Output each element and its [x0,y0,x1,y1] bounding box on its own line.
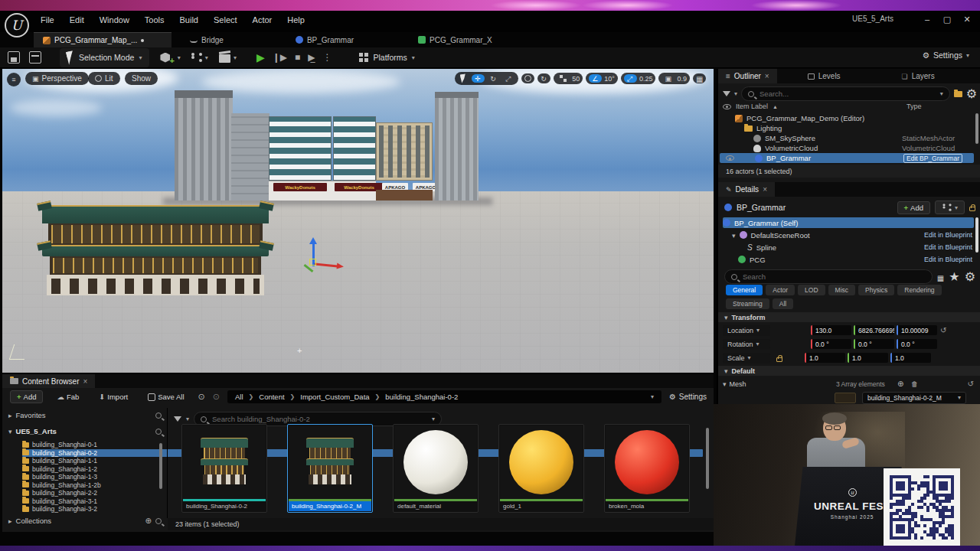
expand-icon[interactable] [8,517,12,525]
project-root-folder[interactable]: UE5_5_Arts [16,427,57,435]
play-button[interactable]: ▶ [256,51,265,64]
content-drawer-icon[interactable] [29,51,41,64]
asset-tile-building-selected[interactable]: building_Shanghai-0-2_M [287,424,373,513]
maximize-viewport-button[interactable] [693,73,706,83]
details-search[interactable] [724,269,933,284]
frame-skip-button[interactable]: ❙▶ [273,52,287,63]
history-forward-icon[interactable]: ⊙ [213,392,220,402]
lock-icon[interactable] [969,207,975,211]
menu-file[interactable]: File [34,13,61,27]
camera-speed-control[interactable]: 0.9 [658,73,690,84]
transform-gizmo[interactable] [291,243,337,289]
menu-edit[interactable]: Edit [63,13,91,27]
add-component-button[interactable]: +Add [897,201,930,214]
rotate-tool[interactable] [487,74,500,83]
surface-snap-toggle[interactable] [537,73,550,83]
gizmo-plane-handle[interactable] [309,259,316,266]
expand-icon[interactable] [732,231,736,240]
component-row-pcg[interactable]: PCG Edit in Blueprint [723,254,974,265]
close-icon[interactable] [83,377,87,386]
asset-tile-default-material[interactable]: default_material [393,424,479,513]
new-folder-icon[interactable] [954,91,962,97]
outliner-row-volumetriccloud[interactable]: VolumetricCloud VolumetricCloud [718,143,974,153]
close-button[interactable]: ✕ [957,11,977,27]
angle-snap-control[interactable]: 10° [586,73,618,84]
details-scrollbar[interactable] [975,217,978,253]
menu-help[interactable]: Help [280,13,312,27]
asset-grid-scrollbar[interactable] [706,428,709,489]
mesh-thumbnail[interactable] [835,393,856,403]
component-row-spline[interactable]: S Spline Edit in Blueprint [723,242,974,253]
platforms-dropdown[interactable]: Platforms▾ [351,50,422,65]
outliner-scrollbar[interactable] [975,113,978,144]
mesh-asset-dropdown[interactable]: building_Shanghai-0-2_M▾ [862,392,966,404]
reset-mesh-icon[interactable] [968,380,974,388]
lit-dropdown[interactable]: Lit [88,72,120,85]
toolbar-settings-dropdown[interactable]: Settings▾ [923,51,969,60]
filter-icon[interactable] [174,416,181,422]
collections-section[interactable]: Collections [16,517,51,525]
tab-details[interactable]: ✎ Details [718,182,775,197]
asset-tile-red[interactable]: broken_mola [604,424,690,513]
menu-window[interactable]: Window [93,13,136,27]
scale-y-field[interactable]: 1.0 [848,353,888,363]
rotation-x-field[interactable]: 0.0 ° [811,339,851,349]
component-row-self[interactable]: BP_Grammar (Self) [723,217,974,228]
blueprint-hierarchy-dropdown[interactable]: ▾ [935,201,965,214]
scale-dropdown[interactable]: Scale▾ [723,353,770,364]
viewport[interactable]: WackyDonuts WackyDonuts APKAGO APKAGO + … [2,69,714,373]
tab-pcg-grammar-x[interactable]: PCG_Grammar_X [409,32,501,47]
array-add-icon[interactable] [897,380,903,388]
filter-streaming[interactable]: Streaming [726,298,769,309]
save-icon[interactable] [8,51,20,64]
cb-fab-button[interactable]: ☁Fab [51,391,85,403]
coord-system-toggle[interactable] [521,73,534,83]
path-dropdown-caret[interactable]: ▾ [651,393,654,400]
asset-tile-building-mesh[interactable]: building_Shanghai-0-2 [181,424,267,513]
minimize-button[interactable]: – [917,11,937,27]
search-icon[interactable] [155,429,162,435]
show-dropdown[interactable]: Show [125,72,158,85]
crumb-import-custom-data[interactable]: Import_Custom_Data [300,393,369,401]
filter-misc[interactable]: Misc [828,285,855,295]
move-tool[interactable] [472,74,485,83]
tab-levels[interactable]: Levels [800,69,848,83]
menu-actor[interactable]: Actor [246,13,279,27]
unreal-logo-icon[interactable]: U [5,13,29,37]
search-icon[interactable] [155,412,162,419]
tab-outliner[interactable]: Outliner [718,69,777,83]
default-section-header[interactable]: Default [718,366,980,376]
scale-x-field[interactable]: 1.0 [805,353,845,363]
stop-button[interactable]: ■ [295,52,300,63]
rotation-dropdown[interactable]: Rotation▾ [723,339,770,350]
array-clear-icon[interactable] [911,380,918,388]
filter-rendering[interactable]: Rendering [897,285,941,295]
display-options-icon[interactable] [937,270,944,284]
advance-button[interactable]: ▶̲ [308,52,315,63]
menu-build[interactable]: Build [173,13,205,27]
details-settings-icon[interactable] [965,269,975,284]
scale-z-field[interactable]: 1.0 [890,353,931,363]
favorites-section[interactable]: Favorites [16,411,46,419]
scale-snap-control[interactable]: 0.25 [621,73,656,84]
play-options-kebab[interactable]: ⋮ [322,52,332,63]
location-y-field[interactable]: 6826.766695 [854,325,894,335]
cb-save-all-button[interactable]: Save All [142,391,190,403]
expand-icon[interactable] [8,411,12,419]
location-x-field[interactable]: 130.0 [811,325,851,335]
tab-pcg-grammar-map[interactable]: PCG_Grammar_Map_... [34,32,172,47]
scale-lock-icon[interactable] [776,357,782,362]
visibility-eye-icon[interactable] [726,155,734,161]
menu-tools[interactable]: Tools [138,13,172,27]
type-column[interactable]: Type [906,103,922,110]
cb-add-button[interactable]: +Add [10,390,43,403]
outliner-row-skysphere[interactable]: SM_SkySphere StaticMeshActor [718,133,974,143]
add-collection-icon[interactable] [145,517,152,525]
outliner-row-lighting[interactable]: Lighting [718,123,974,133]
location-z-field[interactable]: 10.00009 [897,325,937,335]
filter-general[interactable]: General [726,285,763,295]
cb-import-button[interactable]: ⬇Import [93,391,134,403]
close-icon[interactable] [765,72,769,80]
grid-snap-control[interactable]: 50 [554,73,583,84]
add-actor-dropdown[interactable]: +▾ [160,50,180,65]
